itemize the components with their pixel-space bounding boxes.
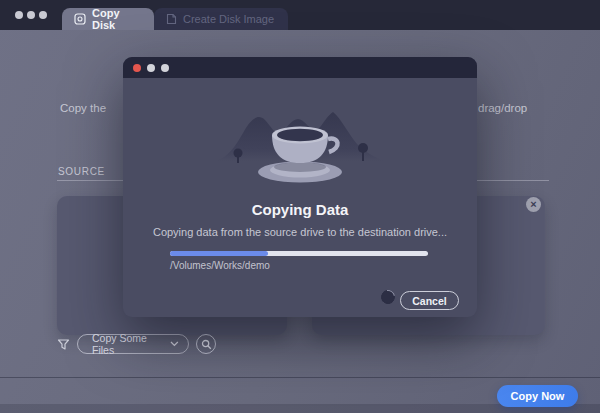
filter-icon bbox=[57, 338, 70, 351]
filter-row: Copy Some Files bbox=[57, 333, 216, 355]
copy-mode-dropdown[interactable]: Copy Some Files bbox=[77, 334, 189, 354]
dialog-titlebar bbox=[123, 57, 477, 78]
copy-now-button[interactable]: Copy Now bbox=[497, 385, 578, 407]
window-zoom-icon[interactable] bbox=[39, 11, 47, 19]
document-icon bbox=[166, 13, 177, 25]
app-titlebar: Copy Disk Create Disk Image bbox=[0, 0, 600, 30]
disk-icon bbox=[74, 13, 86, 25]
app-window: Copy Disk Create Disk Image Copy the dra… bbox=[0, 0, 600, 413]
dialog-zoom-icon[interactable] bbox=[161, 64, 169, 72]
current-file-path: /Volumes/Works/demo bbox=[170, 260, 270, 271]
tab-copy-disk-label: Copy Disk bbox=[92, 7, 142, 31]
copy-mode-dropdown-value: Copy Some Files bbox=[92, 332, 170, 356]
search-icon bbox=[201, 339, 212, 350]
window-controls[interactable] bbox=[15, 11, 47, 19]
progress-fill bbox=[170, 251, 268, 256]
dialog-minimize-icon[interactable] bbox=[147, 64, 155, 72]
source-section-label: SOURCE bbox=[58, 166, 105, 177]
tab-create-disk-image[interactable]: Create Disk Image bbox=[154, 8, 288, 30]
tab-create-disk-image-label: Create Disk Image bbox=[183, 13, 274, 25]
instruction-text-right: drag/drop bbox=[478, 102, 527, 114]
dialog-title: Copying Data bbox=[123, 201, 477, 218]
window-minimize-icon[interactable] bbox=[27, 11, 35, 19]
window-close-icon[interactable] bbox=[15, 11, 23, 19]
progress-bar bbox=[170, 251, 428, 256]
remove-drive-close-icon[interactable]: × bbox=[526, 197, 541, 212]
copying-data-dialog: Copying Data Copying data from the sourc… bbox=[123, 57, 477, 317]
dialog-close-icon[interactable] bbox=[133, 64, 141, 72]
dialog-window-controls[interactable] bbox=[133, 64, 169, 72]
dialog-subtitle: Copying data from the source drive to th… bbox=[123, 226, 477, 238]
tab-copy-disk[interactable]: Copy Disk bbox=[62, 8, 154, 30]
instruction-text-left: Copy the bbox=[60, 102, 106, 114]
spinner-icon bbox=[378, 287, 397, 306]
coffee-cup-illustration bbox=[210, 95, 390, 183]
footer-divider bbox=[0, 377, 600, 378]
search-button[interactable] bbox=[196, 334, 216, 354]
chevron-down-icon bbox=[170, 341, 179, 347]
cancel-button[interactable]: Cancel bbox=[400, 291, 459, 310]
